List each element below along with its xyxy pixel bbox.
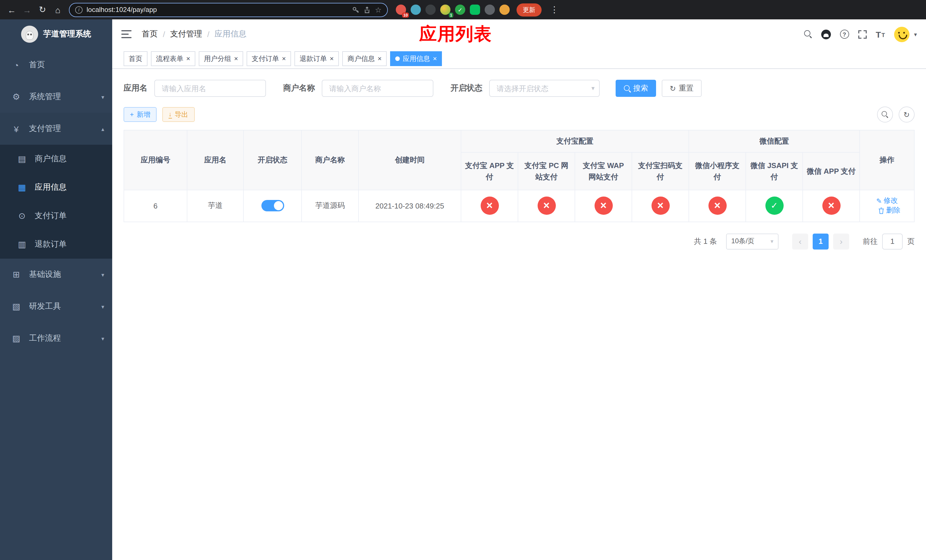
sidebar-item-infrastructure[interactable]: ⊞ 基础设施 ▾	[0, 259, 112, 291]
sidebar-item-label: 商户信息	[35, 154, 67, 164]
sidebar-item-payment-order[interactable]: ⊙ 支付订单	[0, 202, 112, 230]
extension-icon[interactable]	[470, 5, 480, 15]
avatar[interactable]	[894, 26, 909, 42]
app-name-input[interactable]	[154, 80, 266, 97]
status-label: 开启状态	[451, 83, 483, 94]
page-size-select[interactable]: 10条/页 ▾	[726, 233, 779, 249]
close-icon[interactable]: ×	[378, 55, 381, 62]
sidebar-item-dev-tools[interactable]: ▧ 研发工具 ▾	[0, 291, 112, 322]
chevron-down-icon: ▾	[592, 85, 595, 92]
screen: ← → ↻ ⌂ i localhost:1024/pay/app ☆ 10 1 …	[0, 0, 926, 560]
breadcrumb-separator: /	[163, 30, 165, 39]
tab-user-group[interactable]: 用户分组 ×	[199, 51, 243, 66]
chrome-menu-icon[interactable]: ⋮	[547, 3, 561, 17]
reset-button[interactable]: ↻ 重置	[662, 80, 702, 97]
edit-link-label: 修改	[884, 196, 898, 206]
reload-icon[interactable]: ↻	[35, 3, 50, 17]
status-select[interactable]: ▾	[489, 80, 600, 97]
hamburger-icon[interactable]	[121, 30, 132, 38]
font-size-icon[interactable]: TT	[876, 30, 885, 38]
prev-page-button[interactable]: ‹	[792, 233, 808, 249]
export-button[interactable]: ↓ 导出	[162, 107, 195, 122]
enabled-switch[interactable]	[261, 200, 284, 212]
extension-icon[interactable]: 10	[396, 5, 406, 15]
browser-toolbar: ← → ↻ ⌂ i localhost:1024/pay/app ☆ 10 1 …	[0, 0, 926, 20]
pin-extension-icon[interactable]	[485, 5, 495, 15]
add-button-label: 新增	[137, 110, 150, 120]
cell-actions: ✎ 修改 删除	[859, 190, 914, 222]
breadcrumb-payment-management[interactable]: 支付管理	[170, 29, 202, 39]
close-icon[interactable]: ×	[433, 55, 437, 62]
col-wechat-app: 微信 APP 支付	[803, 152, 859, 190]
tab-payment-order[interactable]: 支付订单 ×	[247, 51, 291, 66]
forward-icon[interactable]: →	[20, 3, 34, 17]
edit-link[interactable]: ✎ 修改	[876, 196, 898, 206]
fullscreen-icon[interactable]	[858, 30, 867, 38]
page-1-button[interactable]: 1	[813, 233, 829, 249]
goto-page-input[interactable]	[882, 233, 903, 249]
document-icon: ▥	[17, 239, 27, 250]
close-icon[interactable]: ×	[330, 55, 334, 62]
col-created: 创建时间	[359, 130, 461, 190]
gear-icon: ⚙	[11, 92, 21, 102]
table-toolbar: + 新增 ↓ 导出 ↻	[124, 106, 915, 123]
close-icon[interactable]: ×	[282, 55, 286, 62]
bookmark-star-icon[interactable]: ☆	[375, 6, 381, 14]
breadcrumb-home[interactable]: 首页	[142, 29, 158, 39]
edit-icon: ✎	[876, 197, 882, 204]
sidebar-item-payment-management[interactable]: ¥ 支付管理 ▴	[0, 113, 112, 145]
tab-process-form[interactable]: 流程表单 ×	[151, 51, 195, 66]
extension-icon[interactable]: 1	[440, 5, 451, 15]
chevron-down-icon: ▾	[770, 238, 773, 244]
sidebar-item-workflow[interactable]: ▨ 工作流程 ▾	[0, 322, 112, 354]
cell-alipay-app	[461, 190, 518, 222]
extension-icon[interactable]	[425, 5, 436, 15]
profile-avatar-icon[interactable]	[499, 5, 510, 15]
home-icon[interactable]: ⌂	[51, 3, 65, 17]
address-bar[interactable]: i localhost:1024/pay/app ☆	[69, 3, 388, 17]
search-button[interactable]: 搜索	[616, 80, 656, 97]
url-text[interactable]: localhost:1024/pay/app	[86, 6, 348, 14]
tab-refund-order[interactable]: 退款订单 ×	[294, 51, 339, 66]
merchant-name-input[interactable]	[322, 80, 433, 97]
tab-label: 用户分组	[204, 54, 231, 64]
tab-app-info[interactable]: 应用信息 ×	[390, 51, 442, 66]
add-button[interactable]: + 新增	[124, 107, 157, 122]
sidebar-item-app-info[interactable]: ▦ 应用信息	[0, 173, 112, 202]
sidebar-item-merchant-info[interactable]: ▤ 商户信息	[0, 145, 112, 173]
next-page-button[interactable]: ›	[833, 233, 849, 249]
search-icon[interactable]	[804, 30, 812, 38]
page-info-icon[interactable]: i	[75, 6, 83, 14]
search-form: 应用名 商户名称 开启状态 ▾	[124, 80, 915, 97]
github-icon[interactable]	[821, 29, 831, 39]
sidebar-item-label: 首页	[29, 60, 45, 70]
cell-enabled	[244, 190, 301, 222]
chrome-update-button[interactable]: 更新	[516, 3, 542, 16]
app-name-label: 应用名	[124, 83, 147, 94]
refresh-table-button[interactable]: ↻	[899, 106, 915, 123]
app-frame: 芋道管理系统 ◔ 首页 ⚙ 系统管理 ▾ ¥ 支付管理 ▴ ▤ 商户信息 ▦	[0, 20, 926, 560]
merchant-name-label: 商户名称	[283, 83, 315, 94]
sidebar-item-system-management[interactable]: ⚙ 系统管理 ▾	[0, 81, 112, 113]
col-group-alipay: 支付宝配置	[461, 130, 689, 152]
extension-icon[interactable]: ✓	[455, 5, 465, 15]
password-key-icon[interactable]	[352, 6, 360, 14]
chevron-down-icon[interactable]: ▾	[914, 31, 917, 37]
help-icon[interactable]: ?	[840, 30, 849, 39]
back-icon[interactable]: ←	[5, 3, 19, 17]
close-icon[interactable]: ×	[186, 55, 190, 62]
status-select-input[interactable]	[489, 80, 600, 97]
share-icon[interactable]	[364, 6, 371, 14]
breadcrumb-separator: /	[207, 30, 210, 39]
tab-home[interactable]: 首页	[124, 51, 147, 66]
sidebar-item-home[interactable]: ◔ 首页	[0, 49, 112, 81]
cell-merchant: 芋道源码	[301, 190, 359, 222]
app-logo[interactable]: 芋道管理系统	[0, 20, 112, 49]
tab-merchant-info[interactable]: 商户信息 ×	[342, 51, 387, 66]
close-icon[interactable]: ×	[234, 55, 238, 62]
extension-icon[interactable]	[411, 5, 421, 15]
toggle-search-button[interactable]	[877, 106, 893, 123]
sidebar-item-refund-order[interactable]: ▥ 退款订单	[0, 230, 112, 259]
delete-link-label: 删除	[886, 206, 900, 215]
delete-link[interactable]: 删除	[878, 206, 900, 215]
